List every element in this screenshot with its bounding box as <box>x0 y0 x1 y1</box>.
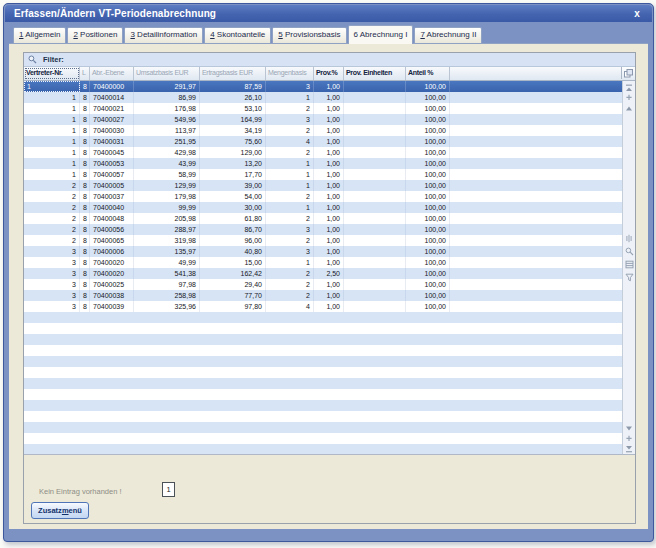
zusatzmenu-button[interactable]: Zusatzmenü <box>31 502 89 519</box>
tab-hotkey: 3 <box>130 30 134 39</box>
column-header-prov-einheiten[interactable]: Prov. Einheiten <box>344 67 406 80</box>
grid-filter-button[interactable] <box>623 270 635 283</box>
tab-7-abrechnung-ii[interactable]: 7 Abrechnung II <box>414 27 482 43</box>
column-header-filler <box>450 67 635 80</box>
column-header-ertragsbasis[interactable]: Ertragsbasis EUR <box>200 67 266 80</box>
table-row[interactable]: 1870400021176,9853,1021,00100,00 <box>24 103 623 114</box>
grid-cell-abr-ebene: 70400014 <box>90 92 134 103</box>
table-row[interactable]: 1870400031251,9575,6041,00100,00 <box>24 136 623 147</box>
grid-cell-umsatzbasis: 251,95 <box>134 136 200 147</box>
grid-cell-abr-ebene: 70400048 <box>90 213 134 224</box>
button-hotkey: m <box>62 506 69 515</box>
grid-cell-umsatzbasis: 43,99 <box>134 158 200 169</box>
grid-cell-vertreter-nr: 3 <box>24 268 80 279</box>
empty-row <box>24 378 623 389</box>
grid-cell-abr-ebene: 70400025 <box>90 279 134 290</box>
grid-cell-vertreter-nr: 3 <box>24 257 80 268</box>
grid-cell-l: 8 <box>80 114 90 125</box>
column-header-mengenbasis[interactable]: Mengenbasis <box>266 67 314 80</box>
vertical-scrollbar[interactable] <box>622 81 635 454</box>
empty-row <box>24 444 623 454</box>
column-header-umsatzbasis[interactable]: Umsatzbasis EUR <box>134 67 200 80</box>
grid-cell-mengenbasis: 2 <box>266 268 314 279</box>
status-text: Kein Eintrag vorhanden ! <box>39 487 122 496</box>
grid-cell-anteil-pct: 100,00 <box>406 114 450 125</box>
column-header-abr-ebene[interactable]: Abr.-Ebene <box>90 67 134 80</box>
grid-cell-l: 8 <box>80 158 90 169</box>
grid-cell-prov-pct: 1,00 <box>314 136 344 147</box>
grid-cell-prov-pct: 2,50 <box>314 268 344 279</box>
grid-cell-l: 8 <box>80 235 90 246</box>
table-row[interactable]: 187040005758,9917,7011,00100,00 <box>24 169 623 180</box>
grid-cell-umsatzbasis: 135,97 <box>134 246 200 257</box>
table-row[interactable]: 2870400005129,9939,0011,00100,00 <box>24 180 623 191</box>
scroll-to-bottom-button[interactable] <box>623 443 635 453</box>
scrollbar-bottom-cluster <box>623 423 635 453</box>
grid-cell-umsatzbasis: 291,97 <box>134 81 200 92</box>
table-row[interactable]: 387040002597,9829,4021,00100,00 <box>24 279 623 290</box>
tab-6-abrechnung-i[interactable]: 6 Abrechnung I <box>348 25 414 44</box>
tab-3-detailinformation[interactable]: 3 Detailinformation <box>124 27 203 43</box>
grid-cell-ertragsbasis: 54,00 <box>200 191 266 202</box>
tab-hotkey: 2 <box>73 30 77 39</box>
table-row[interactable]: 1870400045429,98129,0021,00100,00 <box>24 147 623 158</box>
tab-4-skontoanteile[interactable]: 4 Skontoanteile <box>204 27 271 43</box>
grid-cell-l: 8 <box>80 147 90 158</box>
grid-cell-prov-einheiten <box>344 92 406 103</box>
column-header-l[interactable]: L <box>80 67 90 80</box>
grid-cell-vertreter-nr: 3 <box>24 290 80 301</box>
grid-cell-l: 8 <box>80 169 90 180</box>
grid-cell-anteil-pct: 100,00 <box>406 191 450 202</box>
table-row[interactable]: 387040002049,9915,0011,00100,00 <box>24 257 623 268</box>
content-panel: Filter: Vertreter-Nr.LAbr.-EbeneUmsatzba… <box>23 52 636 524</box>
grid-cell-mengenbasis: 4 <box>266 136 314 147</box>
data-grid: Filter: Vertreter-Nr.LAbr.-EbeneUmsatzba… <box>24 53 635 455</box>
grid-cell-anteil-pct: 100,00 <box>406 268 450 279</box>
filter-bar[interactable]: Filter: <box>24 53 635 67</box>
column-header-vertreter-nr[interactable]: Vertreter-Nr. <box>24 67 80 80</box>
grid-cell-ertragsbasis: 17,70 <box>200 169 266 180</box>
grid-header: Vertreter-Nr.LAbr.-EbeneUmsatzbasis EURE… <box>24 67 635 81</box>
table-row[interactable]: 187040005343,9913,2011,00100,00 <box>24 158 623 169</box>
table-row[interactable]: 287040004099,9930,0011,00100,00 <box>24 202 623 213</box>
empty-row <box>24 356 623 367</box>
grid-cell-prov-einheiten <box>344 81 406 92</box>
table-row[interactable]: 1870400030113,9734,1921,00100,00 <box>24 125 623 136</box>
grid-cell-l: 8 <box>80 279 90 290</box>
scroll-up-button[interactable] <box>623 102 635 112</box>
table-row[interactable]: 1870400000291,9787,5931,00100,00 <box>24 81 623 92</box>
table-row[interactable]: 2870400065319,9896,0021,00100,00 <box>24 235 623 246</box>
tab-1-allgemein[interactable]: 1 Allgemein <box>13 27 66 43</box>
grid-cell-prov-pct: 1,00 <box>314 224 344 235</box>
table-row[interactable]: 3870400038258,9877,7021,00100,00 <box>24 290 623 301</box>
grid-cell-prov-einheiten <box>344 136 406 147</box>
grid-cell-umsatzbasis: 86,99 <box>134 92 200 103</box>
tab-2-positionen[interactable]: 2 Positionen <box>67 27 123 43</box>
grid-cell-anteil-pct: 100,00 <box>406 81 450 92</box>
grid-cell-mengenbasis: 2 <box>266 191 314 202</box>
table-row[interactable]: 3870400006135,9740,8031,00100,00 <box>24 246 623 257</box>
column-header-prov-pct[interactable]: Prov.% <box>314 67 344 80</box>
table-row[interactable]: 2870400037179,9854,0021,00100,00 <box>24 191 623 202</box>
grid-cell-ertragsbasis: 29,40 <box>200 279 266 290</box>
grid-cell-anteil-pct: 100,00 <box>406 147 450 158</box>
table-row[interactable]: 2870400056288,9786,7031,00100,00 <box>24 224 623 235</box>
grid-cell-prov-einheiten <box>344 224 406 235</box>
table-row[interactable]: 187040001486,9926,1011,00100,00 <box>24 92 623 103</box>
grid-cell-prov-einheiten <box>344 246 406 257</box>
empty-row <box>24 411 623 422</box>
grid-cell-anteil-pct: 100,00 <box>406 180 450 191</box>
close-icon[interactable]: x <box>630 6 644 21</box>
grid-cell-prov-einheiten <box>344 114 406 125</box>
table-row[interactable]: 3870400039325,9697,8041,00100,00 <box>24 301 623 312</box>
table-row[interactable]: 2870400048205,9861,8021,00100,00 <box>24 213 623 224</box>
table-row[interactable]: 1870400027549,96164,9931,00100,00 <box>24 114 623 125</box>
table-row[interactable]: 3870400020541,38162,4222,50100,00 <box>24 268 623 279</box>
column-header-anteil-pct[interactable]: Anteil % <box>406 67 450 80</box>
tab-hotkey: 4 <box>210 30 214 39</box>
grid-cell-umsatzbasis: 288,97 <box>134 224 200 235</box>
tab-hotkey: 7 <box>420 30 424 39</box>
grid-cell-anteil-pct: 100,00 <box>406 125 450 136</box>
grid-cell-anteil-pct: 100,00 <box>406 103 450 114</box>
tab-5-provisionsbasis[interactable]: 5 Provisionsbasis <box>272 27 346 43</box>
